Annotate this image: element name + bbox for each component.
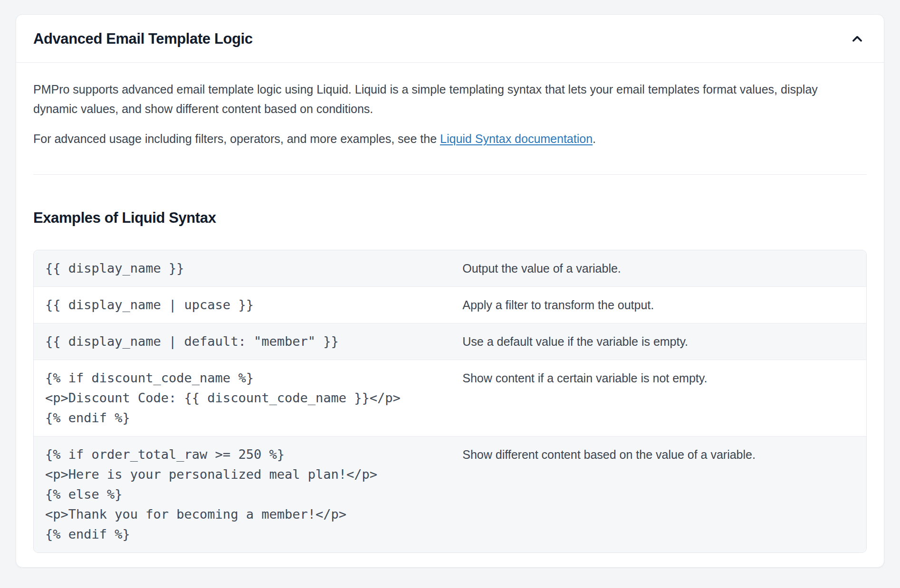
description-cell: Show different content based on the valu… <box>462 436 866 552</box>
table-row: {% if discount_code_name %} <p>Discount … <box>34 360 866 436</box>
code-cell: {{ display_name }} <box>34 250 462 286</box>
liquid-code: {% if order_total_raw >= 250 %} <p>Here … <box>45 447 377 541</box>
liquid-code: {{ display_name | default: "member" }} <box>45 334 339 349</box>
code-cell: {{ display_name | default: "member" }} <box>34 323 462 360</box>
divider <box>33 174 867 175</box>
intro-paragraph-2: For advanced usage including filters, op… <box>33 129 862 149</box>
intro-paragraph-2-period: . <box>593 132 596 145</box>
examples-section-heading: Examples of Liquid Syntax <box>33 209 867 227</box>
chevron-up-icon <box>850 32 864 46</box>
panel-body: PMPro supports advanced email template l… <box>16 63 884 567</box>
intro-paragraph-1: PMPro supports advanced email template l… <box>33 80 862 119</box>
liquid-syntax-documentation-link[interactable]: Liquid Syntax documentation <box>440 132 593 145</box>
liquid-examples-table: {{ display_name }} Output the value of a… <box>33 250 867 553</box>
code-cell: {{ display_name | upcase }} <box>34 287 462 323</box>
intro-paragraph-2-text: For advanced usage including filters, op… <box>33 132 440 145</box>
liquid-code: {% if discount_code_name %} <p>Discount … <box>45 370 401 425</box>
description-cell: Output the value of a variable. <box>462 250 866 286</box>
description-cell: Use a default value if the variable is e… <box>462 323 866 360</box>
table-row: {{ display_name | default: "member" }} U… <box>34 323 866 360</box>
description-cell: Apply a filter to transform the output. <box>462 287 866 323</box>
code-cell: {% if discount_code_name %} <p>Discount … <box>34 360 462 436</box>
table-row: {{ display_name }} Output the value of a… <box>34 250 866 286</box>
code-cell: {% if order_total_raw >= 250 %} <p>Here … <box>34 436 462 552</box>
liquid-code: {{ display_name | upcase }} <box>45 297 254 312</box>
table-row: {{ display_name | upcase }} Apply a filt… <box>34 286 866 323</box>
table-row: {% if order_total_raw >= 250 %} <p>Here … <box>34 436 866 552</box>
advanced-email-template-logic-panel: Advanced Email Template Logic PMPro supp… <box>16 14 884 568</box>
collapse-button[interactable] <box>849 30 866 47</box>
description-cell: Show content if a certain variable is no… <box>462 360 866 436</box>
panel-title: Advanced Email Template Logic <box>33 30 253 48</box>
liquid-code: {{ display_name }} <box>45 261 184 275</box>
panel-header: Advanced Email Template Logic <box>16 15 884 63</box>
